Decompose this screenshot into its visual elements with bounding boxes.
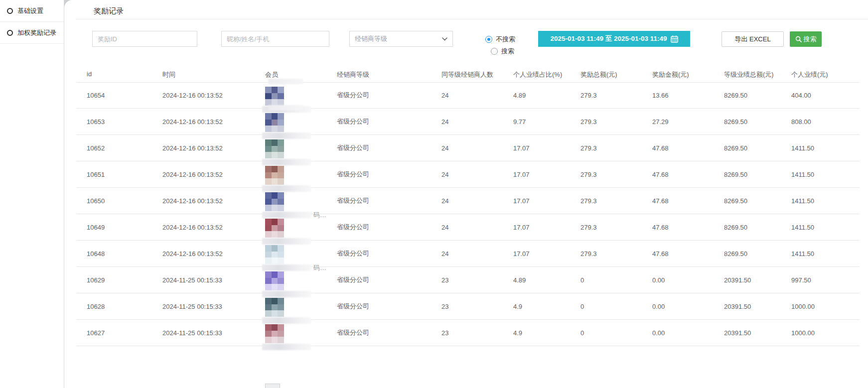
title-divider xyxy=(76,19,868,19)
cell-total: 279.3 xyxy=(580,224,597,231)
table-row: 106542024-12-16 00:13:52省级分公司244.89279.3… xyxy=(76,82,860,109)
date-range-button[interactable]: 2025-01-03 11:49 至 2025-01-03 11:49 xyxy=(538,31,690,47)
avatar-pixel xyxy=(278,192,284,199)
table-body: 106542024-12-16 00:13:52省级分公司244.89279.3… xyxy=(76,82,860,346)
cell-amount: 0.00 xyxy=(652,329,665,337)
avatar-pixel xyxy=(265,178,272,185)
table-row: 106492024-12-16 00:13:52省级分公司2417.07279.… xyxy=(76,214,860,241)
cell-amount: 47.68 xyxy=(652,197,669,205)
table-row: 106532024-12-16 00:13:52省级分公司249.77279.3… xyxy=(76,109,860,135)
cell-count: 24 xyxy=(441,118,448,126)
next-row-avatar-fragment xyxy=(265,384,280,388)
avatar-pixel xyxy=(272,284,278,290)
radio-no-search[interactable]: 不搜索 xyxy=(485,35,515,44)
cell-level: 省级分公司 xyxy=(337,117,369,126)
dealer-level-select[interactable]: 经销商等级 xyxy=(349,31,453,47)
avatar-pixel xyxy=(265,298,272,304)
cell-count: 23 xyxy=(441,276,448,284)
avatar-pixel xyxy=(265,139,272,146)
cell-time: 2024-12-16 00:13:52 xyxy=(162,144,223,152)
cell-time: 2024-11-25 00:15:33 xyxy=(162,303,222,310)
avatar-pixel xyxy=(278,331,284,337)
cell-id: 10651 xyxy=(87,171,105,178)
member-name-suffix: 码… xyxy=(313,263,326,272)
export-excel-button[interactable]: 导出 EXCEL xyxy=(722,31,784,47)
reward-id-input[interactable] xyxy=(92,31,197,47)
column-header: 等级业绩总额(元) xyxy=(724,70,774,79)
avatar-pixel xyxy=(278,324,284,331)
cell-personal: 808.00 xyxy=(791,118,811,126)
cell-id: 10654 xyxy=(87,92,105,99)
date-range-text: 2025-01-03 11:49 至 2025-01-03 11:49 xyxy=(550,34,667,43)
cell-level: 省级分公司 xyxy=(337,143,369,152)
member-name-blurred xyxy=(262,132,311,139)
member-name-blurred xyxy=(262,264,311,271)
avatar-pixel xyxy=(278,310,284,317)
cell-level: 省级分公司 xyxy=(337,302,369,311)
table-header-row: id时间会员经销商等级同等级经销商人数个人业绩占比(%)奖励总额(元)奖励金额(… xyxy=(76,68,860,82)
cell-level_total: 8269.50 xyxy=(724,118,747,126)
cell-personal: 997.50 xyxy=(791,276,811,284)
cell-id: 10648 xyxy=(87,250,105,258)
sidebar: 基础设置 加权奖励记录 xyxy=(0,0,64,388)
cell-ratio: 17.07 xyxy=(513,171,530,178)
sidebar-item-weighted-reward-records[interactable]: 加权奖励记录 xyxy=(0,22,64,44)
member-avatar xyxy=(265,192,284,211)
cell-amount: 0.00 xyxy=(652,276,665,284)
avatar-pixel xyxy=(265,225,272,232)
avatar-pixel xyxy=(278,205,284,211)
avatar-pixel xyxy=(265,271,272,278)
radio-search[interactable]: 搜索 xyxy=(491,47,514,56)
radio-search-label: 搜索 xyxy=(501,47,514,56)
avatar-pixel xyxy=(272,93,278,100)
cell-level: 省级分公司 xyxy=(337,249,369,258)
cell-total: 279.3 xyxy=(580,144,597,152)
column-header: 经销商等级 xyxy=(337,70,369,79)
avatar-pixel xyxy=(272,225,278,232)
avatar-pixel xyxy=(278,298,284,304)
cell-total: 0 xyxy=(580,303,584,310)
cell-total: 279.3 xyxy=(580,171,597,178)
avatar-pixel xyxy=(272,258,278,264)
avatar-pixel xyxy=(272,219,278,225)
cell-amount: 47.68 xyxy=(652,171,669,178)
avatar-pixel xyxy=(278,225,284,232)
avatar-pixel xyxy=(278,178,284,185)
dealer-level-select-value: 经销商等级 xyxy=(355,34,387,43)
member-name-blurred xyxy=(268,105,303,111)
avatar-pixel xyxy=(278,87,284,93)
cell-total: 0 xyxy=(580,276,584,284)
cell-amount: 27.29 xyxy=(652,118,669,126)
avatar-pixel xyxy=(265,252,272,258)
cell-id: 10629 xyxy=(87,276,105,284)
cell-total: 0 xyxy=(580,329,584,337)
member-name-blurred xyxy=(262,344,311,350)
cell-id: 10649 xyxy=(87,224,105,231)
avatar-pixel xyxy=(265,146,272,152)
search-button[interactable]: 搜索 xyxy=(790,31,822,47)
avatar-pixel xyxy=(272,324,278,331)
cell-count: 23 xyxy=(441,303,448,310)
cell-id: 10627 xyxy=(87,329,105,337)
avatar-pixel xyxy=(278,271,284,278)
member-search-input[interactable] xyxy=(221,31,329,47)
column-header: 个人业绩(元) xyxy=(791,70,828,79)
cell-level_total: 8269.50 xyxy=(724,250,747,258)
cell-id: 10652 xyxy=(87,144,105,152)
cell-count: 23 xyxy=(441,329,448,337)
cell-ratio: 17.07 xyxy=(513,144,530,152)
cell-level: 省级分公司 xyxy=(337,223,369,232)
sidebar-item-label: 基础设置 xyxy=(17,6,43,15)
avatar-pixel xyxy=(272,252,278,258)
cell-time: 2024-12-16 00:13:52 xyxy=(162,197,223,205)
cell-amount: 47.68 xyxy=(652,144,669,152)
avatar-pixel xyxy=(278,278,284,284)
sidebar-item-basic-settings[interactable]: 基础设置 xyxy=(0,0,64,22)
column-header: id xyxy=(87,70,92,78)
cell-personal: 1411.50 xyxy=(791,171,814,178)
member-name-blurred xyxy=(262,185,311,192)
avatar-pixel xyxy=(272,245,278,252)
table-row: 106292024-11-25 00:15:33省级分公司234.8900.00… xyxy=(76,267,860,293)
radio-no-search-label: 不搜索 xyxy=(496,35,515,44)
cell-amount: 13.66 xyxy=(652,92,669,99)
